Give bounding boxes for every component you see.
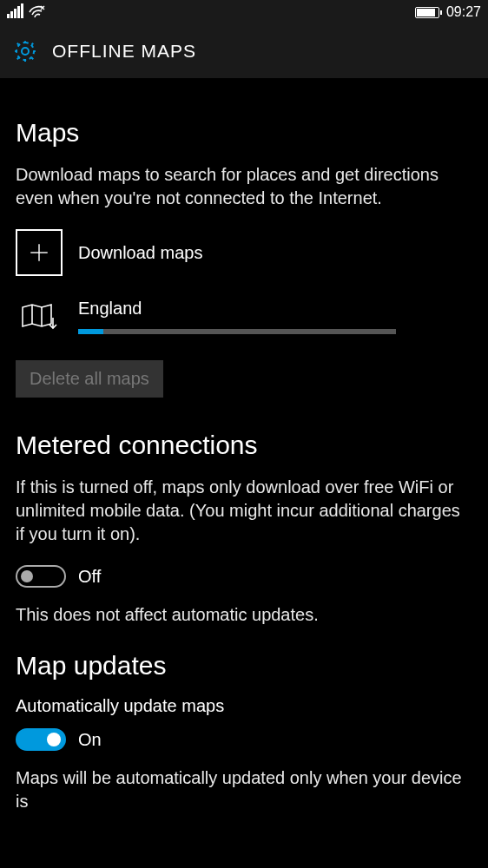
delete-all-maps-button[interactable]: Delete all maps xyxy=(16,360,163,398)
updates-description: Maps will be automatically updated only … xyxy=(16,766,472,813)
page-header: OFFLINE MAPS xyxy=(0,24,488,78)
plus-icon xyxy=(16,229,63,276)
download-maps-button[interactable]: Download maps xyxy=(16,229,472,276)
map-item-name: England xyxy=(78,299,472,319)
download-progress-fill xyxy=(78,329,103,334)
map-download-item[interactable]: England xyxy=(16,299,472,334)
wifi-icon xyxy=(29,5,46,19)
page-title: OFFLINE MAPS xyxy=(52,41,196,62)
updates-heading: Map updates xyxy=(16,651,472,681)
metered-heading: Metered connections xyxy=(16,431,472,460)
status-bar: 09:27 xyxy=(0,0,488,24)
download-progress-bar xyxy=(78,329,396,334)
maps-heading: Maps xyxy=(16,118,472,148)
cellular-signal-icon xyxy=(7,6,23,18)
metered-toggle-label: Off xyxy=(78,567,101,587)
auto-update-toggle-label: On xyxy=(78,730,102,750)
maps-description: Download maps to search for places and g… xyxy=(16,163,472,210)
clock: 09:27 xyxy=(446,4,481,20)
svg-point-0 xyxy=(22,48,29,55)
gear-icon xyxy=(12,38,38,64)
content-area: Maps Download maps to search for places … xyxy=(0,78,488,813)
battery-icon xyxy=(415,7,439,18)
auto-update-label: Automatically update maps xyxy=(16,696,472,716)
metered-toggle[interactable] xyxy=(16,565,66,588)
metered-description: If this is turned off, maps only downloa… xyxy=(16,476,472,546)
download-maps-label: Download maps xyxy=(78,243,202,263)
map-download-icon xyxy=(20,302,58,332)
auto-update-toggle[interactable] xyxy=(16,728,66,751)
metered-note: This does not affect automatic updates. xyxy=(16,603,472,627)
